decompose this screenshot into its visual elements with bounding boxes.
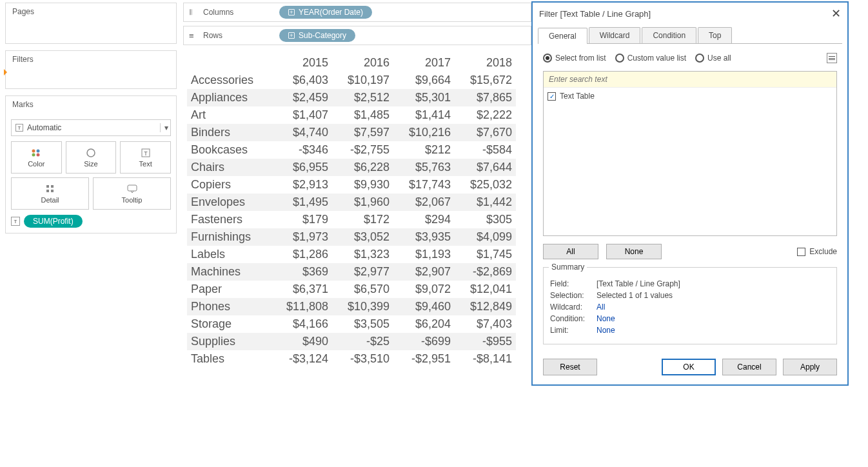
row-label: Furnishings: [187, 228, 271, 246]
mark-type-select[interactable]: TAutomatic ▾: [11, 119, 171, 136]
filters-header: Filters: [6, 51, 176, 68]
tab-top[interactable]: Top: [698, 27, 732, 43]
table-row: Envelopes$1,495$1,960$2,067$1,442: [187, 194, 516, 211]
table-row: Art$1,407$1,485$1,414$2,222: [187, 106, 516, 124]
text-icon: T: [11, 217, 20, 226]
mark-tooltip-button[interactable]: Tooltip: [93, 177, 171, 210]
cell-value: $1,414: [393, 106, 455, 124]
text-icon: T: [15, 124, 23, 132]
none-button[interactable]: None: [606, 244, 662, 259]
cell-value: -$584: [455, 141, 516, 159]
table-row: Supplies$490-$25-$699-$955: [187, 333, 516, 350]
row-label: Supplies: [187, 333, 271, 350]
svg-rect-8: [51, 185, 54, 188]
row-label: Accessories: [187, 72, 271, 89]
cell-value: $10,399: [332, 298, 393, 315]
filters-panel[interactable]: Filters: [5, 50, 177, 89]
search-input[interactable]: [544, 72, 836, 87]
radio-use-all[interactable]: Use all: [695, 54, 731, 63]
columns-pill[interactable]: +YEAR(Order Date): [279, 6, 372, 19]
close-icon[interactable]: ✕: [831, 6, 841, 21]
mark-detail-button[interactable]: Detail: [11, 177, 89, 210]
columns-shelf[interactable]: ⦀ Columns +YEAR(Order Date): [183, 3, 531, 22]
summary-box: Summary Field:[Text Table / Line Graph] …: [543, 267, 837, 344]
checkbox-icon[interactable]: ✓: [547, 92, 556, 101]
tooltip-icon: [126, 183, 138, 194]
mark-pill-row: T SUM(Profit): [11, 215, 171, 228]
text-icon: T: [140, 147, 152, 157]
ok-button[interactable]: OK: [662, 359, 716, 375]
mark-size-button[interactable]: Size: [66, 141, 117, 174]
svg-text:T: T: [144, 150, 148, 157]
columns-label: Columns: [203, 8, 274, 17]
cell-value: $2,913: [271, 176, 332, 194]
summary-legend: Summary: [549, 263, 587, 272]
cell-value: $1,495: [271, 194, 332, 211]
cell-value: $1,485: [332, 106, 393, 124]
cell-value: $305: [455, 211, 516, 228]
chevron-down-icon: ▾: [160, 123, 166, 132]
pages-panel: Pages: [5, 3, 177, 44]
cell-value: $11,808: [271, 298, 332, 315]
cell-value: $2,067: [393, 194, 455, 211]
cell-value: $4,740: [271, 124, 332, 141]
reset-button[interactable]: Reset: [543, 359, 597, 375]
mark-color-button[interactable]: Color: [11, 141, 62, 174]
row-label: Bookcases: [187, 141, 271, 159]
cell-value: $1,442: [455, 194, 516, 211]
cell-value: $1,193: [393, 246, 455, 263]
dialog-title: Filter [Text Table / Line Graph]: [539, 9, 651, 19]
tab-wildcard[interactable]: Wildcard: [589, 27, 641, 43]
cell-value: $294: [393, 211, 455, 228]
cell-value: $6,570: [332, 281, 393, 298]
rows-shelf[interactable]: ≡ Rows +Sub-Category: [183, 26, 531, 45]
cell-value: -$2,755: [332, 141, 393, 159]
cell-value: $2,459: [271, 89, 332, 106]
cell-value: $3,505: [332, 315, 393, 333]
apply-button[interactable]: Apply: [783, 359, 837, 375]
svg-point-2: [32, 154, 35, 157]
year-header: 2018: [455, 54, 516, 72]
row-label: Chairs: [187, 159, 271, 176]
cell-value: $1,323: [332, 246, 393, 263]
cell-value: $5,301: [393, 89, 455, 106]
cell-value: $12,041: [455, 281, 516, 298]
cell-value: $1,745: [455, 246, 516, 263]
cancel-button[interactable]: Cancel: [722, 359, 776, 375]
svg-point-0: [32, 150, 35, 153]
svg-rect-11: [128, 185, 137, 191]
radio-select-from-list[interactable]: Select from list: [543, 54, 606, 63]
filter-dialog: Filter [Text Table / Line Graph] ✕ Gener…: [531, 1, 849, 386]
tab-general[interactable]: General: [538, 28, 587, 44]
cell-value: $15,672: [455, 72, 516, 89]
table-row: Tables-$3,124-$3,510-$2,951-$8,141: [187, 350, 516, 368]
table-row: Chairs$6,955$6,228$5,763$7,644: [187, 159, 516, 176]
cell-value: $9,072: [393, 281, 455, 298]
sum-profit-pill[interactable]: SUM(Profit): [24, 215, 83, 228]
radio-custom-value-list[interactable]: Custom value list: [615, 54, 686, 63]
cell-value: $3,052: [332, 228, 393, 246]
rows-label: Rows: [203, 31, 274, 40]
svg-point-1: [37, 150, 40, 153]
row-label: Binders: [187, 124, 271, 141]
cell-value: -$3,510: [332, 350, 393, 368]
list-options-icon[interactable]: [827, 53, 837, 63]
checkbox-icon: [797, 248, 805, 256]
filter-list-item[interactable]: ✓ Text Table: [547, 90, 833, 102]
table-row: Storage$4,166$3,505$6,204$7,403: [187, 315, 516, 333]
cell-value: $4,166: [271, 315, 332, 333]
cell-value: $212: [393, 141, 455, 159]
mark-text-button[interactable]: T Text: [120, 141, 171, 174]
cell-value: $1,407: [271, 106, 332, 124]
rows-pill[interactable]: +Sub-Category: [279, 29, 355, 42]
all-button[interactable]: All: [543, 244, 598, 259]
cell-value: -$2,951: [393, 350, 455, 368]
svg-point-3: [37, 154, 40, 157]
radio-icon: [695, 54, 704, 63]
cell-value: $4,099: [455, 228, 516, 246]
cell-value: -$955: [455, 333, 516, 350]
table-row: Appliances$2,459$2,512$5,301$7,865: [187, 89, 516, 106]
table-row: Accessories$6,403$10,197$9,664$15,672: [187, 72, 516, 89]
tab-condition[interactable]: Condition: [642, 27, 696, 43]
exclude-checkbox[interactable]: Exclude: [797, 247, 837, 256]
